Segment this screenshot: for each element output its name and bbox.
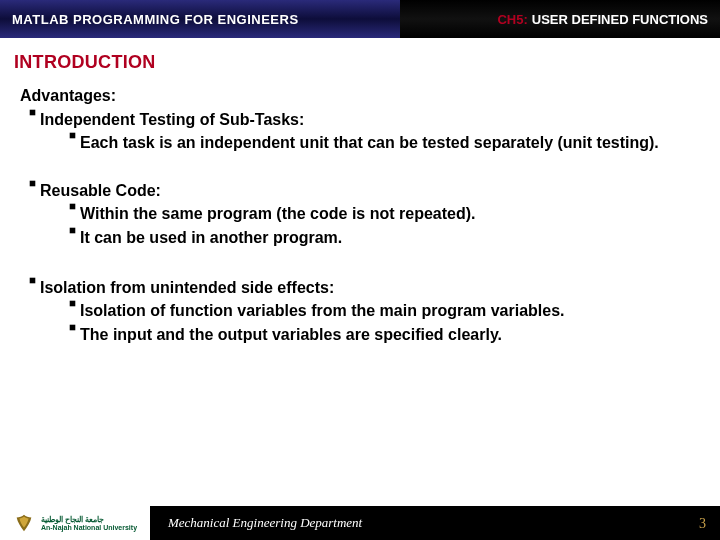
block-subitem: It can be used in another program. (64, 227, 700, 249)
content-block: Reusable Code:Within the same program (t… (20, 180, 700, 249)
square-bullet-icon (64, 324, 80, 331)
university-logo: جامعة النجاح الوطنية An-Najah National U… (0, 506, 150, 540)
block-subitem-text: Each task is an independent unit that ca… (80, 132, 700, 154)
block-subitem-text: The input and the output variables are s… (80, 324, 700, 346)
svg-rect-7 (69, 324, 75, 330)
university-name-ar: جامعة النجاح الوطنية (41, 516, 137, 524)
svg-rect-2 (29, 180, 35, 186)
content-lead: Advantages: (20, 85, 700, 107)
square-bullet-icon (64, 227, 80, 234)
square-bullet-icon (64, 203, 80, 210)
block-heading-text: Reusable Code: (40, 180, 700, 202)
chapter-name: USER DEFINED FUNCTIONS (532, 12, 708, 27)
university-name-en: An-Najah National University (41, 524, 137, 531)
content-block: Isolation from unintended side effects:I… (20, 277, 700, 346)
slide-content: Advantages: Independent Testing of Sub-T… (0, 79, 720, 345)
block-heading: Independent Testing of Sub-Tasks: (24, 109, 700, 131)
square-bullet-icon (24, 180, 40, 187)
eagle-icon (13, 512, 35, 534)
section-heading: INTRODUCTION (0, 38, 720, 79)
block-heading-text: Isolation from unintended side effects: (40, 277, 700, 299)
svg-rect-3 (69, 204, 75, 210)
block-heading: Isolation from unintended side effects: (24, 277, 700, 299)
block-subitem: The input and the output variables are s… (64, 324, 700, 346)
block-subitem-text: It can be used in another program. (80, 227, 700, 249)
square-bullet-icon (24, 109, 40, 116)
block-subitem-text: Isolation of function variables from the… (80, 300, 700, 322)
block-heading: Reusable Code: (24, 180, 700, 202)
block-heading-text: Independent Testing of Sub-Tasks: (40, 109, 700, 131)
block-subitem: Isolation of function variables from the… (64, 300, 700, 322)
svg-rect-0 (29, 109, 35, 115)
slide-header: MATLAB PROGRAMMING FOR ENGINEERS CH5: US… (0, 0, 720, 38)
svg-rect-4 (69, 228, 75, 234)
block-subitem-text: Within the same program (the code is not… (80, 203, 700, 225)
header-chapter-title: CH5: USER DEFINED FUNCTIONS (400, 0, 720, 38)
block-subitem: Within the same program (the code is not… (64, 203, 700, 225)
page-number: 3 (699, 516, 706, 532)
block-subitem: Each task is an independent unit that ca… (64, 132, 700, 154)
department-name: Mechanical Engineering Department (168, 515, 362, 531)
svg-rect-6 (69, 301, 75, 307)
chapter-number: CH5: (497, 12, 527, 27)
svg-rect-5 (29, 277, 35, 283)
square-bullet-icon (64, 300, 80, 307)
header-course-title: MATLAB PROGRAMMING FOR ENGINEERS (0, 0, 400, 38)
svg-rect-1 (69, 133, 75, 139)
university-name: جامعة النجاح الوطنية An-Najah National U… (41, 516, 137, 531)
content-block: Independent Testing of Sub-Tasks:Each ta… (20, 109, 700, 154)
square-bullet-icon (24, 277, 40, 284)
square-bullet-icon (64, 132, 80, 139)
slide-footer: جامعة النجاح الوطنية An-Najah National U… (0, 506, 720, 540)
